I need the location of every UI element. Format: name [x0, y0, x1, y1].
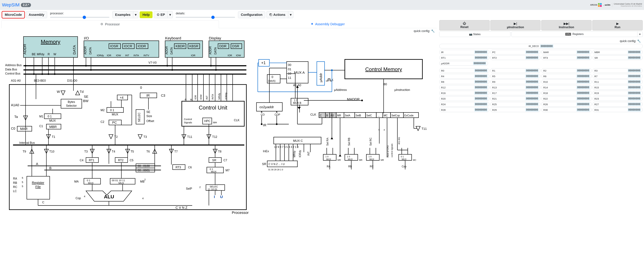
ep-dropdown[interactable] [168, 11, 173, 18]
reg-pc[interactable]: PC00000000 [490, 50, 540, 54]
examples-dropdown[interactable] [133, 11, 138, 18]
reg-r8[interactable]: R800000000 [439, 80, 489, 84]
svg-text:RT2: RT2 [118, 159, 124, 162]
assembly-button[interactable]: Assembly [26, 11, 47, 18]
processor-diagram: Memory ADDR BE MRdy R W DATA I/O IOSR IO… [1, 34, 437, 214]
reg-r15[interactable]: R1500000000 [592, 85, 643, 90]
svg-text:5: 5 [22, 181, 23, 183]
reg-r24[interactable]: R2400000000 [439, 102, 489, 107]
svg-text:MAR: MAR [20, 127, 28, 131]
svg-text:CLK: CLK [310, 113, 316, 116]
reg-r3[interactable]: R300000000 [592, 68, 643, 73]
svg-text:DATA: DATA [89, 47, 92, 55]
reg-r4[interactable]: R400000000 [439, 74, 489, 79]
uinstruction-button[interactable]: ▶| μInstruction [490, 20, 541, 31]
details-slider[interactable] [176, 17, 235, 18]
svg-text:SR: SR [262, 162, 266, 166]
instruction-button[interactable]: ▶▶| Instruction [541, 20, 592, 31]
reg-sr[interactable]: SR00000000 [592, 55, 643, 60]
reg-r13[interactable]: R1300000000 [490, 85, 540, 90]
reg-r9[interactable]: R900000000 [490, 80, 540, 84]
reg-r26[interactable]: R2600000000 [542, 102, 592, 107]
configuration-button[interactable]: Configuration [238, 11, 265, 18]
reg-r2[interactable]: R200000000 [542, 68, 592, 73]
version-badge: 2.2.* [21, 3, 31, 7]
wrench-icon[interactable]: 🔧 [431, 29, 435, 33]
svg-point-316 [331, 69, 333, 71]
microcode-button[interactable]: MicroCode [2, 11, 24, 18]
svg-text:SE: SE [84, 95, 88, 98]
ep-button[interactable]: EP [154, 11, 168, 18]
reg-rt1[interactable]: RT100000000 [439, 55, 489, 60]
svg-text:A0: A0 [330, 114, 334, 117]
svg-text:IORdy: IORdy [298, 150, 301, 157]
reg-mbr[interactable]: MBR00000000 [592, 50, 643, 54]
reg-r1[interactable]: R100000000 [490, 68, 540, 73]
reg-r30[interactable]: R3000000000 [542, 108, 592, 112]
reg-r22[interactable]: R2200000000 [542, 96, 592, 101]
svg-text:0    1: 0 1 [48, 115, 52, 118]
tab-assembly-debugger[interactable]: Assembly Debugger [219, 20, 436, 28]
registers-button[interactable]: CPU Registers [512, 32, 638, 37]
svg-text:5: 5 [22, 176, 23, 179]
wrench-icon[interactable]: 🔧 [637, 39, 641, 43]
reg-r25[interactable]: R2500000000 [490, 102, 540, 107]
reset-button[interactable]: ⏻ Reset [439, 20, 490, 31]
svg-text:M2: M2 [100, 109, 104, 112]
svg-text:Cop: Cop [76, 196, 81, 200]
reg-r20[interactable]: R2000000000 [439, 96, 489, 101]
actions-dropdown[interactable] [288, 11, 293, 18]
reg-r18[interactable]: R1800000000 [542, 91, 592, 95]
svg-text:Cop: Cop [402, 165, 406, 168]
reg-r0[interactable]: R000000000 [439, 68, 489, 73]
svg-text:MBR: MBR [49, 125, 57, 129]
reg-r27[interactable]: R2700000000 [592, 102, 643, 107]
reg-r17[interactable]: R1700000000 [490, 91, 540, 95]
reg-rt3[interactable]: RT300000000 [542, 55, 592, 60]
reg-r28[interactable]: R2800000000 [439, 108, 489, 112]
reg-r12[interactable]: R1200000000 [439, 85, 489, 90]
svg-text:B: B [326, 114, 328, 117]
svg-text:T3: T3 [84, 150, 88, 153]
svg-text:SelA: SelA [345, 114, 350, 117]
reg-r29[interactable]: R2900000000 [490, 108, 540, 112]
reg-r23[interactable]: R2300000000 [592, 96, 643, 101]
actions-button[interactable]: Actions [266, 11, 288, 18]
svg-text:C4: C4 [80, 159, 84, 162]
reg-r7[interactable]: R700000000 [592, 74, 643, 79]
reg-ir[interactable]: IR00000000 [439, 50, 489, 54]
reg-uaddr[interactable]: μADDR00000000 [439, 61, 488, 66]
fast-forward-icon: ▶▶| [542, 22, 591, 26]
svg-text:IOR: IOR [107, 54, 111, 57]
svg-marker-154 [109, 135, 113, 139]
tab-processor[interactable]: Processor [1, 20, 219, 28]
svg-text:W: W [57, 90, 60, 94]
reg-r11[interactable]: R1100000000 [592, 80, 643, 84]
reg-r21[interactable]: R2100000000 [490, 96, 540, 101]
reg-r31[interactable]: R3100000000 [592, 108, 643, 112]
help-button[interactable]: Help [140, 11, 152, 18]
ir-deco-row[interactable]: IR_DECO 00000000 [439, 44, 643, 49]
svg-text:PC: PC [112, 121, 117, 124]
registers-dropdown[interactable] [638, 32, 643, 37]
svg-marker-406 [339, 154, 342, 156]
states-button[interactable]: States [439, 32, 510, 37]
svg-text:T3: T3 [144, 135, 147, 139]
play-icon: ▶ [593, 22, 642, 26]
processor-slider[interactable] [50, 17, 109, 18]
svg-text:DATA: DATA [214, 47, 217, 55]
reg-r10[interactable]: R1000000000 [542, 80, 592, 84]
svg-text:1    0: 1 0 [294, 99, 298, 102]
svg-marker-172 [138, 135, 142, 139]
reg-r5[interactable]: R500000000 [490, 74, 540, 79]
reg-rt2[interactable]: RT200000000 [490, 55, 540, 60]
svg-text:C V N Z ... I U: C V N Z ... I U [268, 163, 284, 166]
run-button[interactable]: ▶ Run [592, 20, 643, 31]
reg-r14[interactable]: R1400000000 [542, 85, 592, 90]
svg-text:T1: T1 [52, 135, 55, 139]
reg-r19[interactable]: R1900000000 [592, 91, 643, 95]
reg-mar[interactable]: MAR00000000 [542, 50, 592, 54]
reg-r16[interactable]: R1600000000 [439, 91, 489, 95]
reg-r6[interactable]: R600000000 [542, 74, 592, 79]
examples-button[interactable]: Examples [112, 11, 133, 18]
